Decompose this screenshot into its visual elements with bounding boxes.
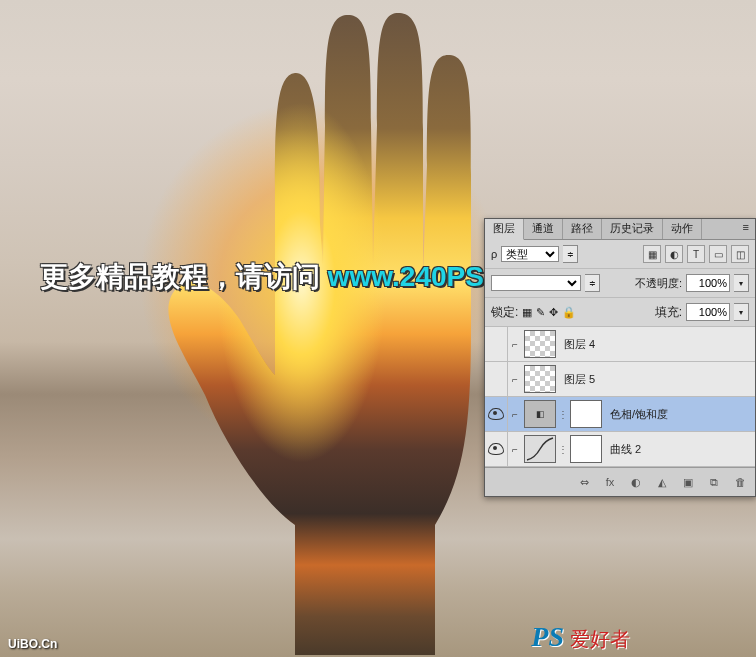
layer-name[interactable]: 图层 5 — [564, 372, 595, 387]
tutorial-overlay-text: 更多精品教程，请访问 www.240PS.com — [40, 258, 549, 296]
mask-thumbnail[interactable] — [570, 400, 602, 428]
tab-channels[interactable]: 通道 — [524, 219, 563, 239]
lock-fill-row: 锁定: ▦ ✎ ✥ 🔒 填充: ▾ — [485, 298, 755, 327]
layer-kind-select[interactable]: 类型 — [501, 246, 559, 262]
eye-icon — [488, 443, 504, 455]
filter-shape-icon[interactable]: ▭ — [709, 245, 727, 263]
clip-indicator-icon: ⌐ — [508, 374, 522, 385]
lock-transparent-icon[interactable]: ▦ — [522, 306, 532, 319]
layer-row[interactable]: ⌐ 图层 5 — [485, 362, 755, 397]
tab-paths[interactable]: 路径 — [563, 219, 602, 239]
panel-menu-icon[interactable]: ≡ — [737, 219, 755, 239]
visibility-toggle[interactable] — [485, 362, 508, 396]
layer-list: ⌐ 图层 4 ⌐ 图层 5 ⌐ ◧ ⋮ 色相/饱和度 ⌐ — [485, 327, 755, 467]
overlay-prefix: 更多精品教程，请访问 — [40, 261, 328, 292]
clip-indicator-icon: ⌐ — [508, 444, 522, 455]
watermark-cn: 爱好者 — [570, 626, 630, 653]
layer-row[interactable]: ⌐ ⋮ 曲线 2 — [485, 432, 755, 467]
eye-icon — [488, 408, 504, 420]
new-group-icon[interactable]: ▣ — [679, 474, 697, 490]
new-layer-icon[interactable]: ⧉ — [705, 474, 723, 490]
kind-rho-icon: ρ — [491, 248, 497, 260]
lock-label: 锁定: — [491, 304, 518, 321]
visibility-toggle[interactable] — [485, 432, 508, 466]
panel-tabs: 图层 通道 路径 历史记录 动作 ≡ — [485, 219, 755, 240]
fx-icon[interactable]: fx — [601, 474, 619, 490]
tab-actions[interactable]: 动作 — [663, 219, 702, 239]
fill-dropdown-icon[interactable]: ▾ — [734, 303, 749, 321]
tab-layers[interactable]: 图层 — [485, 219, 524, 240]
filter-pixel-icon[interactable]: ▦ — [643, 245, 661, 263]
adjustment-thumbnail[interactable] — [524, 435, 556, 463]
adjustment-thumbnail[interactable]: ◧ — [524, 400, 556, 428]
watermark-bottom-right: PS 爱好者 — [531, 621, 630, 653]
blend-dropdown-icon[interactable]: ≑ — [585, 274, 600, 292]
document-canvas: 更多精品教程，请访问 www.240PS.com UiBO.Cn PS 爱好者 … — [0, 0, 756, 657]
mask-link-icon[interactable]: ⋮ — [558, 409, 568, 420]
lock-position-icon[interactable]: ✥ — [549, 306, 558, 319]
clip-indicator-icon: ⌐ — [508, 339, 522, 350]
panel-footer: ⇔ fx ◐ ◭ ▣ ⧉ 🗑 — [485, 467, 755, 496]
opacity-dropdown-icon[interactable]: ▾ — [734, 274, 749, 292]
blend-opacity-row: ≑ 不透明度: ▾ — [485, 269, 755, 298]
kind-dropdown-icon[interactable]: ≑ — [563, 245, 578, 263]
mask-link-icon[interactable]: ⋮ — [558, 444, 568, 455]
visibility-toggle[interactable] — [485, 327, 508, 361]
opacity-label: 不透明度: — [635, 276, 682, 291]
blend-mode-select[interactable] — [491, 275, 581, 291]
delete-layer-icon[interactable]: 🗑 — [731, 474, 749, 490]
tab-history[interactable]: 历史记录 — [602, 219, 663, 239]
lock-pixels-icon[interactable]: ✎ — [536, 306, 545, 319]
layer-name[interactable]: 图层 4 — [564, 337, 595, 352]
clip-indicator-icon: ⌐ — [508, 409, 522, 420]
filter-adjust-icon[interactable]: ◐ — [665, 245, 683, 263]
layer-row[interactable]: ⌐ 图层 4 — [485, 327, 755, 362]
composite-hand-image — [165, 5, 525, 655]
layer-thumbnail[interactable] — [524, 330, 556, 358]
filter-smart-icon[interactable]: ◫ — [731, 245, 749, 263]
opacity-input[interactable] — [686, 274, 730, 292]
layer-row[interactable]: ⌐ ◧ ⋮ 色相/饱和度 — [485, 397, 755, 432]
fill-input[interactable] — [686, 303, 730, 321]
layers-panel: 图层 通道 路径 历史记录 动作 ≡ ρ 类型 ≑ ▦ ◐ T ▭ ◫ ≑ — [484, 218, 756, 497]
visibility-toggle[interactable] — [485, 397, 508, 431]
add-mask-icon[interactable]: ◐ — [627, 474, 645, 490]
filter-row: ρ 类型 ≑ ▦ ◐ T ▭ ◫ — [485, 240, 755, 269]
filter-type-icon[interactable]: T — [687, 245, 705, 263]
fill-label: 填充: — [655, 304, 682, 321]
layer-thumbnail[interactable] — [524, 365, 556, 393]
mask-thumbnail[interactable] — [570, 435, 602, 463]
new-adjustment-icon[interactable]: ◭ — [653, 474, 671, 490]
watermark-ps: PS — [531, 621, 564, 653]
layer-name[interactable]: 曲线 2 — [610, 442, 641, 457]
link-layers-icon[interactable]: ⇔ — [575, 474, 593, 490]
layer-name[interactable]: 色相/饱和度 — [610, 407, 668, 422]
lock-all-icon[interactable]: 🔒 — [562, 306, 576, 319]
watermark-bottom-left: UiBO.Cn — [8, 637, 57, 651]
